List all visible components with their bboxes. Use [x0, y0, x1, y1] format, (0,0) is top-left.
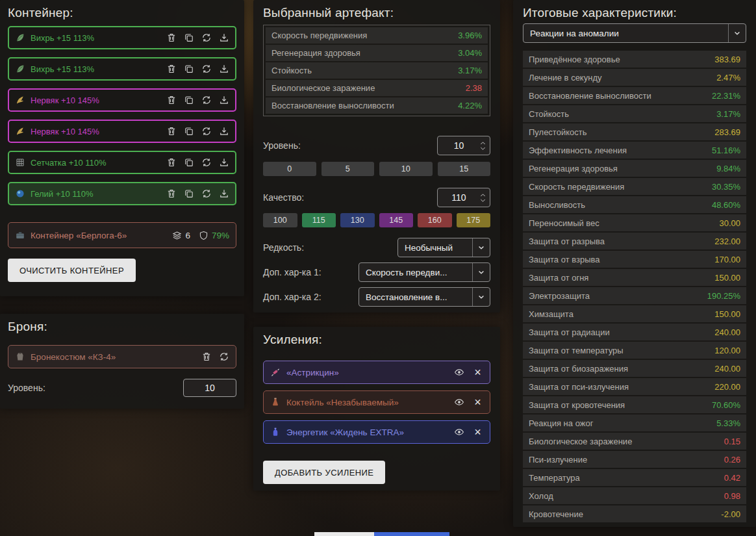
sync-icon[interactable]: [201, 126, 212, 137]
close-icon[interactable]: ×: [472, 427, 483, 438]
stat-label: Температура: [529, 473, 580, 483]
trash-icon[interactable]: [166, 126, 177, 137]
level-preset-button[interactable]: 5: [321, 162, 375, 176]
container-artifact-row[interactable]: Вихрь +15 113%: [8, 26, 236, 49]
trash-icon[interactable]: [166, 95, 177, 106]
sync-icon[interactable]: [218, 351, 229, 363]
stat-value: 3.04%: [458, 48, 482, 58]
quality-preset-button[interactable]: 100: [263, 213, 297, 227]
stat-value: 120.00: [714, 346, 740, 355]
sync-icon[interactable]: [201, 188, 212, 199]
trash-icon[interactable]: [166, 157, 177, 168]
level-preset-button[interactable]: 15: [438, 162, 491, 176]
anomaly-reactions-value: Реакции на аномалии: [523, 29, 728, 38]
sync-icon[interactable]: [201, 157, 212, 168]
quality-stepper: [480, 194, 490, 202]
crate-icon: [15, 230, 25, 240]
clear-container-button[interactable]: ОЧИСТИТЬ КОНТЕЙНЕР: [8, 259, 136, 282]
sync-icon[interactable]: [201, 95, 212, 106]
level-presets: 051015: [263, 162, 490, 176]
caret-down-icon[interactable]: [480, 199, 486, 202]
boost-row[interactable]: Коктейль «Незабываемый»×: [263, 390, 490, 414]
quality-preset-button[interactable]: 145: [379, 213, 414, 227]
boost-row[interactable]: Энергетик «Жидень EXTRA»×: [263, 420, 490, 444]
caret-down-icon[interactable]: [480, 147, 486, 150]
rarity-select[interactable]: Необычный: [397, 238, 490, 257]
quality-preset-button[interactable]: 175: [457, 213, 491, 227]
net-icon: [15, 157, 25, 168]
eye-icon[interactable]: [453, 367, 464, 378]
extra-stat-2-select[interactable]: Восстановление в...: [359, 287, 490, 307]
artifact-actions: [166, 32, 229, 44]
stat-value: 150.00: [714, 309, 740, 319]
copy-icon[interactable]: [183, 95, 194, 106]
close-icon[interactable]: ×: [472, 367, 483, 378]
copy-icon[interactable]: [183, 126, 194, 137]
copy-icon[interactable]: [183, 157, 194, 168]
quality-input[interactable]: 110: [437, 188, 490, 207]
container-artifact-row[interactable]: Сетчатка +10 110%: [8, 151, 236, 174]
extra1-label: Доп. хар-ка 1:: [263, 267, 321, 277]
stat-label: Защита от радиации: [529, 327, 610, 337]
stat-value: 30.00: [719, 218, 740, 228]
stat-label: Приведённое здоровье: [529, 55, 620, 64]
eye-icon[interactable]: [453, 427, 464, 438]
copy-icon[interactable]: [183, 64, 194, 75]
quality-preset-button[interactable]: 160: [418, 213, 452, 227]
container-artifact-row[interactable]: Гелий +10 110%: [8, 182, 236, 205]
container-artifact-row[interactable]: Нервяк +10 145%: [8, 88, 236, 112]
download-icon[interactable]: [218, 32, 229, 44]
stat-label: Защита от биозаражения: [529, 364, 628, 374]
boost-label: «Астрикцин»: [286, 368, 447, 377]
chevron-down-icon: [477, 244, 485, 251]
trash-icon[interactable]: [166, 64, 177, 75]
eye-icon[interactable]: [453, 397, 464, 408]
stat-row: Выносливость48.60%: [523, 196, 746, 213]
level-input[interactable]: 10: [437, 136, 490, 155]
download-icon[interactable]: [218, 95, 229, 106]
download-icon[interactable]: [218, 126, 229, 137]
container-summary-stats: 6 79%: [172, 231, 229, 240]
stat-row: Химзащита150.00: [523, 305, 746, 322]
trash-icon[interactable]: [166, 188, 177, 199]
download-icon[interactable]: [218, 157, 229, 168]
armor-panel: Броня: Бронекостюм «КЗ-4» Уровень: 10: [0, 314, 244, 409]
armor-row[interactable]: Бронекостюм «КЗ-4»: [8, 345, 236, 368]
boost-row[interactable]: «Астрикцин»×: [263, 361, 490, 384]
feather-icon: [15, 32, 25, 43]
artifact-label: Вихрь +15 113%: [31, 64, 160, 74]
trash-icon[interactable]: [201, 351, 212, 363]
boost-items: «Астрикцин»×Коктейль «Незабываемый»×Энер…: [263, 361, 490, 444]
download-icon[interactable]: [218, 64, 229, 75]
artifact-actions: [166, 188, 229, 199]
add-boost-button[interactable]: ДОБАВИТЬ УСИЛЕНИЕ: [263, 461, 385, 484]
level-preset-button[interactable]: 0: [263, 162, 316, 176]
container-artifact-row[interactable]: Нервяк +10 145%: [8, 120, 236, 143]
close-icon[interactable]: ×: [472, 397, 483, 408]
caret-up-icon[interactable]: [480, 142, 486, 145]
level-preset-button[interactable]: 10: [379, 162, 433, 176]
copy-icon[interactable]: [183, 188, 194, 199]
copy-icon[interactable]: [183, 32, 194, 44]
chevron-down-icon: [733, 29, 741, 37]
stat-label: Скорость передвижения: [529, 182, 624, 192]
hud-bar-blue-segment: [374, 532, 449, 536]
extra1-value: Скорость передви...: [359, 268, 472, 277]
armor-level-label: Уровень:: [8, 383, 45, 393]
anomaly-reactions-select[interactable]: Реакции на аномалии: [523, 23, 746, 43]
quality-preset-button[interactable]: 130: [340, 213, 375, 227]
download-icon[interactable]: [218, 188, 229, 199]
quality-preset-button[interactable]: 115: [302, 213, 336, 227]
caret-up-icon[interactable]: [480, 194, 486, 197]
stat-value: 70.60%: [712, 400, 740, 410]
sync-icon[interactable]: [201, 32, 212, 44]
artifact-stats: Скорость передвижения3.96%Регенерация зд…: [263, 25, 490, 116]
container-artifact-row[interactable]: Вихрь +15 113%: [8, 57, 236, 81]
boost-label: Коктейль «Незабываемый»: [286, 398, 447, 407]
trash-icon[interactable]: [166, 32, 177, 44]
container-summary-row[interactable]: Контейнер «Берлога-6» 6 79%: [8, 222, 236, 248]
extra-stat-1-select[interactable]: Скорость передви...: [359, 262, 490, 282]
stat-label: Восстановление выносливости: [529, 91, 651, 101]
sync-icon[interactable]: [201, 64, 212, 75]
armor-level-input[interactable]: 10: [183, 379, 236, 397]
